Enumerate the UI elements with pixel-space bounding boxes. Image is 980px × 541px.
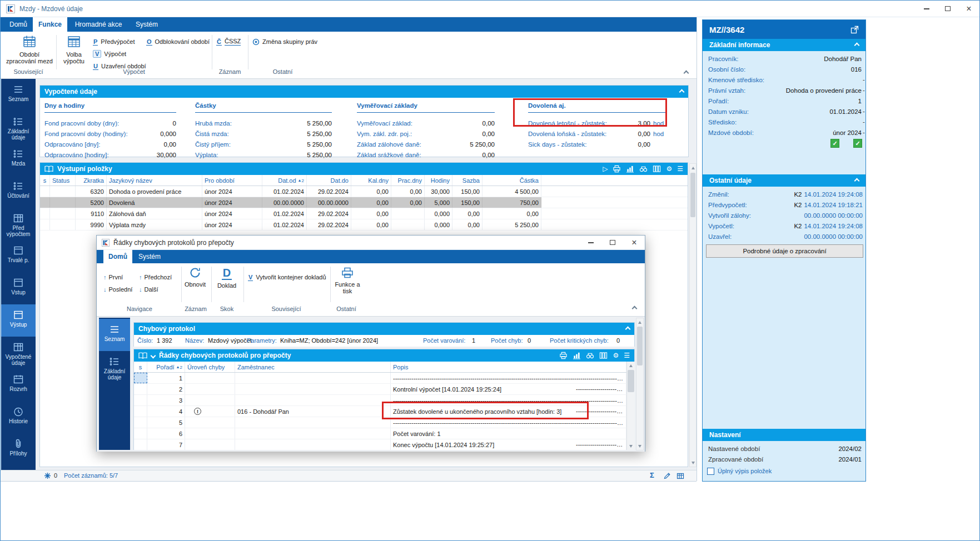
chart-icon[interactable]	[626, 165, 634, 173]
sum-icon[interactable]: Σ	[650, 471, 654, 479]
cssz-button[interactable]: Č ČSSZ	[216, 37, 241, 47]
scroll-up-button[interactable]	[627, 362, 635, 369]
binoculars-icon[interactable]	[639, 165, 648, 173]
dialog-tab-domu[interactable]: Domů	[103, 250, 132, 263]
sidebar-item-uctovani[interactable]: Účtování	[1, 176, 36, 208]
gear-icon[interactable]: ⚙	[666, 165, 672, 173]
obdobi-zpracovani-mezd-button[interactable]: Období zpracování mezd	[4, 34, 55, 64]
dialog-minimize-button[interactable]	[580, 236, 601, 249]
dialog-maximize-button[interactable]	[602, 236, 623, 249]
volba-vypoctu-button[interactable]: Volba výpočtu	[58, 34, 89, 64]
pencil-icon[interactable]	[663, 472, 671, 480]
protocol-row-7[interactable]: 7 Konec výpočtu [14.01.2024 19:25:27]---…	[134, 439, 626, 450]
tab-funkce[interactable]: Funkce	[33, 17, 67, 32]
lookup-dash[interactable]: -	[863, 118, 867, 125]
columns-icon[interactable]	[653, 165, 661, 173]
column-header-dat-od[interactable]: Dat.od▲2	[262, 175, 307, 186]
vypocet-button[interactable]: V Výpočet	[93, 49, 126, 59]
odblokovani-obdobi-button[interactable]: O Odblokování období	[146, 37, 210, 47]
grid-edit-icon[interactable]	[676, 472, 684, 480]
protocol-row-1[interactable]: 1 --------------------------------------…	[134, 373, 626, 384]
column-header-hodiny[interactable]: Hodiny	[425, 175, 452, 186]
protocol-row-4-warning[interactable]: 4 ! 016 - Dohodář Pan Zůstatek dovolené …	[134, 406, 626, 417]
uplny-vypis-label[interactable]: Úplný výpis položek	[718, 468, 772, 474]
column-header-zkratka[interactable]: Zkratka	[76, 175, 107, 186]
window-maximize-button[interactable]	[937, 1, 958, 17]
protocol-row-5[interactable]: 5 --------------------------------------…	[134, 417, 626, 428]
gear-icon[interactable]: ⚙	[613, 352, 619, 359]
ribbon-collapse-icon[interactable]	[684, 71, 689, 76]
column-header-dat-do[interactable]: Dat.do	[307, 175, 351, 186]
binoculars-icon[interactable]	[586, 352, 594, 359]
podrobne-udaje-button[interactable]: Podrobné údaje o zpracování	[706, 244, 863, 258]
sidebar-item-vystup[interactable]: Výstup	[1, 304, 36, 337]
scrollbar-thumb[interactable]	[637, 327, 643, 365]
sidebar-item-vypoctene-udaje[interactable]: Vypočtené údaje	[1, 337, 36, 369]
last-button[interactable]: ↓Poslední	[103, 284, 132, 294]
table-row-9990[interactable]: 9990 Výplata mzdy únor 2024 01.02.2024 2…	[40, 219, 688, 231]
print-icon[interactable]	[559, 352, 568, 359]
window-close-button[interactable]: ×	[958, 1, 979, 17]
open-in-window-icon[interactable]	[850, 26, 859, 34]
sidebar-item-zakladni-udaje[interactable]: Základní údaje	[1, 111, 36, 143]
column-header-zamestnanec[interactable]: Zaměstnanec	[235, 362, 391, 372]
table-row-9110[interactable]: 9110 Zálohová daň únor 2024 01.02.2024 2…	[40, 208, 688, 219]
scroll-down-button[interactable]	[690, 459, 696, 467]
sidebar-item-rozvrh[interactable]: Rozvrh	[1, 369, 36, 401]
ribbon-collapse-icon[interactable]	[632, 306, 638, 312]
first-button[interactable]: ↑První	[103, 272, 123, 282]
column-header-status[interactable]: Status	[50, 175, 76, 186]
checkbox-checked-1[interactable]: ✓	[830, 139, 839, 148]
window-minimize-button[interactable]	[916, 1, 937, 17]
previous-button[interactable]: ↑Předchozí	[139, 272, 172, 282]
column-header-s[interactable]: s	[40, 175, 50, 186]
sidebar-item-pred-vypoctem[interactable]: Před výpočtem	[1, 208, 36, 240]
columns-icon[interactable]	[599, 352, 608, 359]
chart-icon[interactable]	[573, 352, 581, 359]
table-row-6320[interactable]: 6320 Dohoda o provedení práce únor 2024 …	[40, 186, 688, 197]
snowflake-icon[interactable]	[44, 472, 51, 479]
predvypocet-button[interactable]: P Předvýpočet	[93, 37, 135, 47]
scrollbar-thumb[interactable]	[690, 173, 695, 217]
scroll-up-button[interactable]	[690, 164, 696, 172]
menu-icon[interactable]: ☰	[624, 352, 630, 359]
protocol-row-3[interactable]: 3 --------------------------------------…	[134, 395, 626, 406]
expand-icon[interactable]	[151, 353, 156, 358]
checkbox-checked-2[interactable]: ✓	[853, 139, 862, 148]
sidebar-item-vstup[interactable]: Vstup	[1, 272, 36, 304]
sidebar-item-trvale-p[interactable]: Trvalé p.	[1, 240, 36, 272]
column-header-kal-dny[interactable]: Kal.dny	[351, 175, 391, 186]
table-row-5200-selected[interactable]: 5200 Dovolená únor 2024 00.00.0000 00.00…	[40, 197, 688, 208]
print-icon[interactable]	[613, 165, 621, 173]
column-header-jazykovy-nazev[interactable]: Jazykový název	[107, 175, 202, 186]
dialog-close-button[interactable]: ×	[624, 236, 645, 249]
sidebar-item-mzda[interactable]: Mzda	[1, 143, 36, 176]
scrollbar-thumb[interactable]	[628, 370, 634, 392]
scroll-up-button[interactable]	[636, 318, 643, 326]
lookup-dash[interactable]: -	[863, 129, 867, 136]
collapse-icon[interactable]	[679, 89, 685, 94]
vytvorit-kontejner-button[interactable]: V Vytvořit kontejner dokladů	[248, 272, 326, 282]
funkce-a-tisk-button[interactable]: Funkce a tisk	[332, 267, 362, 294]
next-button[interactable]: ↓Další	[139, 284, 158, 294]
sidebar-item-prilohy[interactable]: Přílohy	[1, 433, 36, 465]
lookup-dash[interactable]: -	[863, 108, 867, 114]
sidebar-item-seznam[interactable]: Seznam	[1, 79, 36, 111]
lookup-dash[interactable]: -	[863, 76, 867, 83]
column-header-popis[interactable]: Popis	[391, 362, 626, 372]
column-header-pro-obdobi[interactable]: Pro období	[202, 175, 262, 186]
tab-hromadne-akce[interactable]: Hromadné akce	[68, 17, 128, 32]
protocol-row-6[interactable]: 6 Počet varování: 1	[134, 428, 626, 439]
column-header-s[interactable]: s	[134, 362, 147, 372]
collapse-icon[interactable]	[854, 42, 860, 48]
zmena-skupiny-prav-button[interactable]: Změna skupiny práv	[252, 37, 317, 47]
doklad-button[interactable]: D Doklad	[212, 267, 241, 289]
column-header-sazba[interactable]: Sazba	[452, 175, 482, 186]
dialog-sidebar-item-zakladni-udaje[interactable]: Základní údaje	[99, 351, 130, 383]
column-header-uroven-chyby[interactable]: Úroveň chyby	[185, 362, 235, 372]
dialog-sidebar-item-seznam[interactable]: Seznam	[99, 319, 130, 351]
scroll-down-button[interactable]	[636, 442, 643, 450]
menu-icon[interactable]: ☰	[677, 165, 683, 173]
lookup-dash[interactable]: -	[863, 87, 867, 93]
column-header-poradi[interactable]: Pořadí▲2	[147, 362, 185, 372]
